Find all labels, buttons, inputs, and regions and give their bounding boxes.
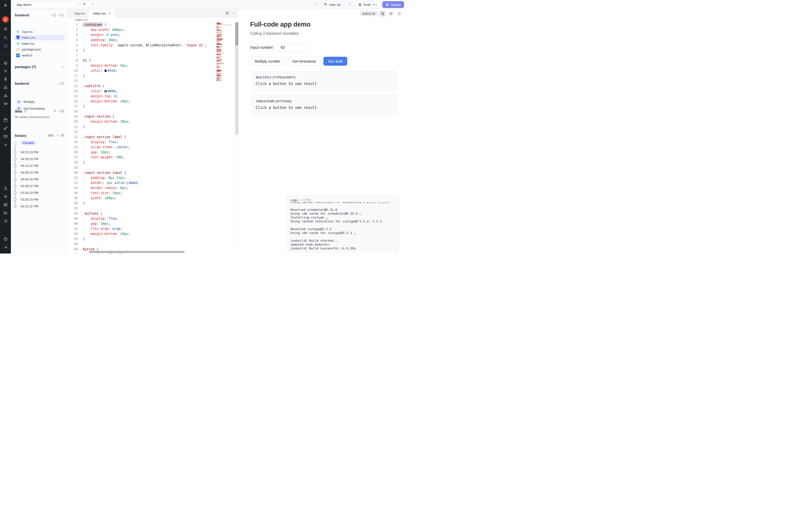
- audit-list-icon[interactable]: [0, 218, 11, 225]
- workers-icon[interactable]: [0, 201, 11, 208]
- minimap[interactable]: [216, 23, 233, 81]
- deploy-label: Deploy: [391, 3, 401, 6]
- add-plus-icon[interactable]: [0, 142, 11, 148]
- mail-icon[interactable]: [0, 133, 11, 140]
- get-timestamp-button[interactable]: Get timestamp: [288, 57, 321, 66]
- number-input[interactable]: [277, 43, 308, 52]
- history-entry[interactable]: 03:33:23 PM: [14, 190, 39, 195]
- file-item-index-tsx[interactable]: index.tsx: [14, 41, 64, 46]
- file-item-package-json[interactable]: {}package.json: [14, 47, 64, 52]
- code-line: margin: 0 auto;: [83, 32, 219, 38]
- log-line: updated node_modules/: [291, 243, 396, 246]
- tab-index-css[interactable]: index.css×: [89, 9, 115, 17]
- bundler-chip: esbuild: [360, 11, 377, 16]
- redo-button[interactable]: ↷: [89, 1, 96, 8]
- schedules-calendar-icon[interactable]: [0, 117, 11, 123]
- breadcrumb[interactable]: index.css: [67, 17, 238, 22]
- minimap-line: [216, 61, 220, 62]
- code-line: [83, 78, 219, 83]
- minimap-line: [216, 56, 217, 56]
- settings-gear-icon[interactable]: [0, 193, 11, 200]
- logs-body[interactable]: Using cached resolution for scheduler@^0…: [291, 202, 396, 251]
- code-line: gap: 10px;: [83, 150, 219, 155]
- run-both-button[interactable]: Run both: [323, 57, 347, 66]
- code-area[interactable]: 1234567891011121314151617181920212223242…: [67, 22, 238, 253]
- minimap-line: [216, 24, 221, 24]
- ai-wand-icon[interactable]: [0, 43, 11, 50]
- code-line: [83, 109, 219, 114]
- add-table-button[interactable]: +: [58, 109, 64, 113]
- draft-button[interactable]: Draft ⌘S: [355, 1, 380, 8]
- file-item-wmill-ts[interactable]: TSwmill.ts: [14, 53, 64, 58]
- refresh-button[interactable]: [396, 10, 402, 17]
- indent-guide: [84, 231, 84, 236]
- split-view-icon[interactable]: [225, 11, 229, 15]
- add-file-button[interactable]: +: [51, 13, 57, 17]
- collapse-arrow-icon[interactable]: [0, 244, 11, 250]
- resources-cubes-icon[interactable]: [0, 84, 11, 91]
- history-entry[interactable]: 03:38:22 PM: [14, 184, 39, 188]
- packages-label: packages (7): [15, 65, 36, 69]
- ai-assistant-button[interactable]: [346, 1, 353, 8]
- file-item-index-css[interactable]: 3index.css: [14, 35, 64, 40]
- history-current[interactable]: Current: [14, 141, 36, 145]
- variables-dollar-icon[interactable]: [0, 76, 11, 82]
- undo-button[interactable]: ↶: [81, 1, 89, 8]
- add-runnable-button[interactable]: +: [58, 82, 64, 86]
- windmill-logo-icon[interactable]: [0, 2, 11, 9]
- log-line: [esbuild] Build successful in 0.39s: [291, 246, 396, 250]
- history-entry[interactable]: 04:13:22 PM: [14, 163, 39, 168]
- jobs-button[interactable]: Jobs (4): [320, 1, 344, 8]
- code-line: display: flex;: [83, 139, 219, 145]
- select-cursor-button[interactable]: [379, 10, 386, 17]
- app-name-input[interactable]: [14, 1, 77, 8]
- close-icon[interactable]: ×: [109, 11, 111, 15]
- add-folder-button[interactable]: +: [58, 13, 64, 17]
- line-number-gutter: 1234567891011121314151617181920212223242…: [67, 22, 78, 253]
- logs-header[interactable]: Logs (379): [287, 196, 398, 202]
- workspace-badge[interactable]: [2, 16, 9, 23]
- vertical-scrollbar-thumb[interactable]: [235, 22, 238, 45]
- history-entry[interactable]: 03:28:23 PM: [14, 197, 39, 202]
- add-snapshot-button[interactable]: +: [57, 134, 59, 137]
- favorites-star-icon[interactable]: [0, 25, 11, 32]
- packages-row[interactable]: packages (7): [15, 65, 64, 69]
- data-settings-gear-icon[interactable]: [53, 109, 57, 113]
- multiply-number-button[interactable]: Multiply number: [250, 57, 285, 66]
- file-label: package.json: [22, 48, 41, 51]
- backend-actions: +: [58, 82, 64, 86]
- deploy-button[interactable]: Deploy: [382, 1, 404, 8]
- kebab-menu-icon[interactable]: ⋮: [313, 2, 318, 7]
- search-icon[interactable]: [0, 34, 11, 41]
- workspace-building-icon[interactable]: [0, 16, 11, 23]
- open-external-button[interactable]: [388, 10, 394, 17]
- history-entry[interactable]: 04:23:23 PM: [14, 150, 39, 154]
- history-entry[interactable]: 03:43:23 PM: [14, 177, 39, 181]
- history-entry[interactable]: 04:18:23 PM: [14, 157, 39, 161]
- color-swatch: [104, 90, 107, 93]
- help-icon[interactable]: [0, 236, 11, 242]
- runnable-multiply[interactable]: aMultiply: [14, 99, 64, 104]
- triggers-prism-icon[interactable]: [0, 92, 11, 99]
- folders-icon[interactable]: [0, 210, 11, 216]
- current-chip: Current: [20, 141, 36, 145]
- more-options-icon[interactable]: ⋯: [232, 11, 236, 15]
- left-rail: [0, 0, 11, 253]
- runs-play-icon[interactable]: [0, 68, 11, 74]
- minimap-line: [216, 27, 222, 27]
- log-line: Using cached resolution for csstype@^3.2…: [291, 219, 396, 223]
- file-item-App-tsx[interactable]: App.tsx: [14, 29, 64, 34]
- tab-App-tsx[interactable]: App.tsx: [70, 9, 89, 17]
- flows-route-icon[interactable]: [0, 125, 11, 131]
- line-number: 11: [67, 73, 78, 78]
- section-backend: backend+: [15, 81, 64, 86]
- home-icon[interactable]: [0, 59, 11, 66]
- indent-guide: [84, 185, 84, 190]
- horizontal-scrollbar-thumb[interactable]: [89, 251, 185, 253]
- history-entry[interactable]: 04:08:23 PM: [14, 170, 39, 175]
- camera-icon[interactable]: [61, 133, 64, 137]
- history-dot-icon: [14, 151, 16, 154]
- learn-cap-icon[interactable]: [0, 101, 11, 107]
- user-icon[interactable]: [0, 185, 11, 192]
- history-entry[interactable]: 03:23:22 PM: [14, 204, 39, 208]
